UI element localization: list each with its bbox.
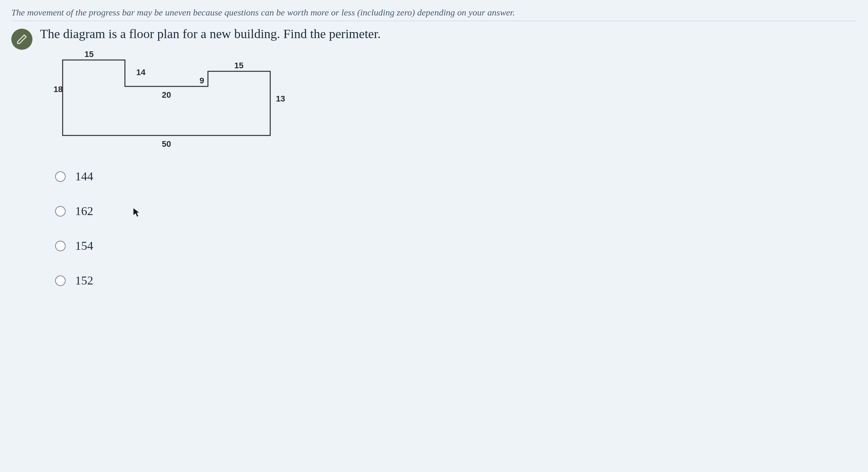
question-text: The diagram is a floor plan for a new bu… xyxy=(40,27,857,41)
pencil-icon xyxy=(11,29,32,50)
option-label: 154 xyxy=(75,239,93,253)
radio-icon xyxy=(55,241,66,251)
radio-icon xyxy=(55,171,66,182)
dim-bottom: 50 xyxy=(162,139,171,149)
answer-options: 144 162 154 152 xyxy=(55,169,857,288)
option-3[interactable]: 152 xyxy=(55,274,857,288)
cursor-icon xyxy=(132,207,141,218)
option-label: 152 xyxy=(75,274,93,288)
question-row: The diagram is a floor plan for a new bu… xyxy=(11,27,857,308)
option-1[interactable]: 162 xyxy=(55,204,857,218)
option-2[interactable]: 154 xyxy=(55,239,857,253)
dim-step1-bottom: 20 xyxy=(162,90,171,100)
option-0[interactable]: 144 xyxy=(55,169,857,183)
dim-step2-top: 15 xyxy=(234,61,243,70)
radio-icon xyxy=(55,206,66,217)
dim-step2-left: 9 xyxy=(200,76,204,85)
radio-icon xyxy=(55,275,66,286)
option-label: 144 xyxy=(75,169,93,183)
floor-plan-diagram: 15 18 14 20 9 15 13 50 xyxy=(51,49,315,158)
dim-top-left: 15 xyxy=(85,49,94,59)
dim-left: 18 xyxy=(54,85,63,94)
dim-step1-right: 14 xyxy=(136,68,146,77)
question-content: The diagram is a floor plan for a new bu… xyxy=(40,27,857,308)
dim-right: 13 xyxy=(276,94,285,103)
option-label: 162 xyxy=(75,204,93,218)
progress-bar-note: The movement of the progress bar may be … xyxy=(11,8,857,21)
